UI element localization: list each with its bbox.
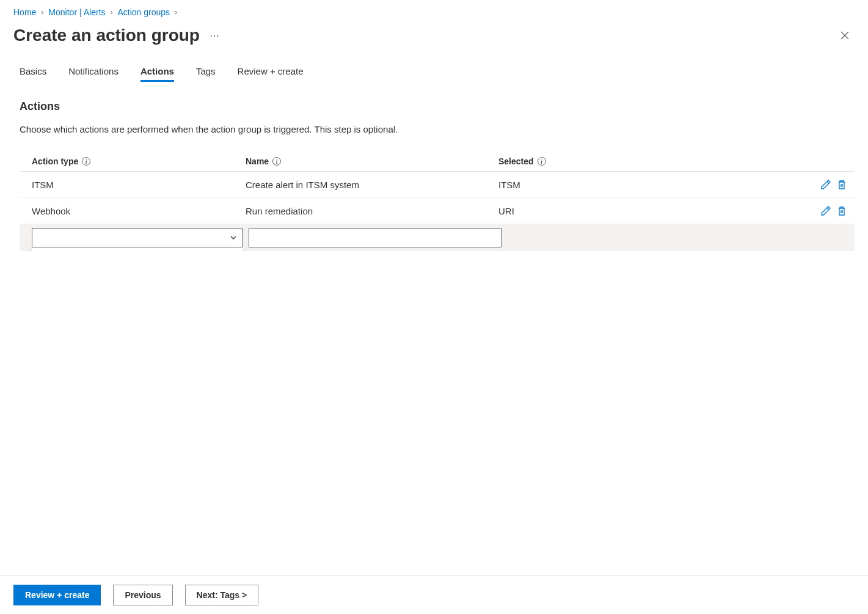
action-type-dropdown: Automation Runbook Azure Function Event … [32, 247, 243, 251]
tab-review-create[interactable]: Review + create [238, 62, 304, 82]
edit-button[interactable] [819, 178, 833, 191]
pencil-icon [820, 205, 831, 216]
table-row: ITSM Create alert in ITSM system ITSM [20, 172, 855, 198]
trash-icon [836, 179, 847, 190]
close-button[interactable] [835, 26, 855, 45]
action-name-input[interactable] [249, 228, 501, 247]
tab-tags[interactable]: Tags [196, 62, 216, 82]
chevron-right-icon: › [175, 8, 177, 16]
pencil-icon [820, 179, 831, 190]
tab-basics[interactable]: Basics [20, 62, 46, 82]
new-action-row: Automation Runbook Azure Function Event … [20, 224, 855, 251]
action-type-select[interactable] [32, 228, 243, 247]
section-description: Choose which actions are performed when … [20, 124, 855, 134]
row-name: Create alert in ITSM system [246, 180, 498, 190]
dropdown-option[interactable]: Automation Runbook [32, 247, 243, 251]
breadcrumb: Home › Monitor | Alerts › Action groups … [13, 5, 855, 20]
close-icon [840, 31, 850, 40]
column-header-selected: Selected [498, 156, 534, 166]
trash-icon [836, 205, 847, 216]
edit-button[interactable] [819, 204, 833, 217]
info-icon[interactable]: i [82, 157, 90, 166]
info-icon[interactable]: i [538, 157, 546, 166]
tab-actions[interactable]: Actions [140, 62, 174, 82]
more-options-button[interactable]: ⋯ [207, 27, 223, 44]
info-icon[interactable]: i [272, 157, 281, 166]
tab-notifications[interactable]: Notifications [68, 62, 119, 82]
actions-table: Action type i Name i Selected i ITSM Cre… [20, 152, 855, 251]
tabs: Basics Notifications Actions Tags Review… [13, 62, 855, 82]
breadcrumb-home[interactable]: Home [13, 7, 36, 17]
page-title: Create an action group [13, 26, 200, 45]
column-header-name: Name [246, 156, 269, 166]
row-selected: URI [498, 206, 812, 216]
breadcrumb-action-groups[interactable]: Action groups [117, 7, 170, 17]
delete-button[interactable] [835, 204, 848, 217]
chevron-right-icon: › [110, 8, 112, 16]
chevron-right-icon: › [41, 8, 43, 16]
section-heading: Actions [20, 100, 855, 113]
delete-button[interactable] [835, 178, 848, 191]
table-row: Webhook Run remediation URI [20, 198, 855, 224]
row-selected: ITSM [498, 180, 812, 190]
row-action-type: ITSM [26, 180, 246, 190]
row-action-type: Webhook [26, 206, 246, 216]
breadcrumb-monitor-alerts[interactable]: Monitor | Alerts [48, 7, 105, 17]
column-header-action-type: Action type [32, 156, 78, 166]
row-name: Run remediation [246, 206, 498, 216]
